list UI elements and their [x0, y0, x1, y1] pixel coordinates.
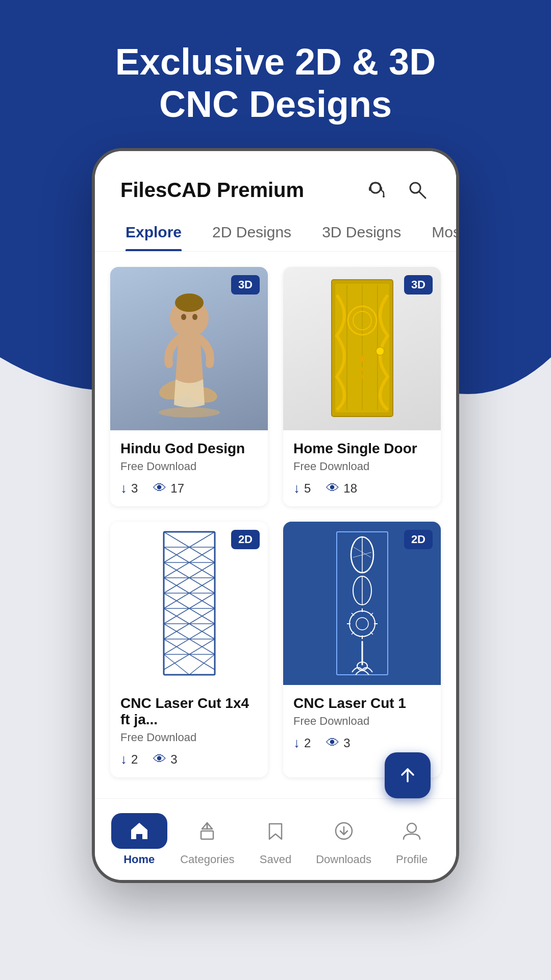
- download-count-4: 2: [304, 736, 311, 750]
- view-stat-1: 👁 17: [153, 480, 184, 496]
- card-hindu-god-badge: 3D: [231, 275, 260, 295]
- card-cnc-laser-1-title: CNC Laser Cut 1x4 ft ja...: [120, 695, 258, 728]
- home-icon-wrap: [111, 813, 167, 849]
- nav-categories[interactable]: Categories: [173, 813, 242, 866]
- download-stat-3: ↓ 2: [120, 751, 138, 767]
- view-count-3: 3: [170, 752, 177, 767]
- card-cnc-laser-1[interactable]: 2D: [110, 522, 268, 777]
- svg-rect-1: [369, 187, 371, 191]
- card-cnc-laser-1-info: CNC Laser Cut 1x4 ft ja... Free Download…: [110, 685, 268, 777]
- nav-downloads-label: Downloads: [316, 853, 371, 866]
- card-hindu-god[interactable]: 3D: [110, 267, 268, 506]
- nav-downloads[interactable]: Downloads: [310, 813, 378, 866]
- card-home-door-info: Home Single Door Free Download ↓ 5 👁 18: [283, 430, 441, 506]
- card-home-door-image: 3D: [283, 267, 441, 430]
- tab-3d-designs[interactable]: 3D Designs: [307, 213, 416, 251]
- nav-profile[interactable]: Profile: [378, 813, 446, 866]
- card-hindu-god-info: Hindu God Design Free Download ↓ 3 👁 17: [110, 430, 268, 506]
- card-cnc-laser-2-info: CNC Laser Cut 1 Free Download ↓ 2 👁 3: [283, 685, 441, 761]
- view-icon-3: 👁: [153, 751, 166, 767]
- svg-point-21: [360, 367, 364, 371]
- content-grid: 3D: [95, 252, 456, 793]
- card-home-door-subtitle: Free Download: [293, 460, 431, 473]
- nav-saved[interactable]: Saved: [241, 813, 310, 866]
- download-stat-1: ↓ 3: [120, 480, 138, 496]
- phone-mockup: FilesCAD Premium: [92, 148, 459, 883]
- svg-line-5: [419, 192, 425, 198]
- card-hindu-god-image: 3D: [110, 267, 268, 430]
- svg-point-6: [159, 407, 220, 418]
- nav-categories-label: Categories: [180, 853, 234, 866]
- downloads-icon-wrap: [323, 813, 364, 849]
- tab-explore[interactable]: Explore: [110, 213, 197, 251]
- nav-profile-label: Profile: [396, 853, 428, 866]
- svg-point-12: [192, 314, 197, 320]
- view-icon-4: 👁: [326, 735, 339, 751]
- download-count-3: 2: [131, 752, 138, 767]
- view-count-2: 18: [343, 481, 357, 496]
- svg-rect-70: [201, 831, 213, 839]
- download-stat-4: ↓ 2: [293, 735, 311, 751]
- card-home-door-stats: ↓ 5 👁 18: [293, 480, 431, 496]
- svg-point-11: [181, 314, 186, 320]
- card-cnc-laser-2-badge: 2D: [404, 530, 433, 549]
- svg-point-23: [376, 347, 384, 355]
- home-icon: [128, 820, 151, 842]
- categories-icon-wrap: [187, 813, 228, 849]
- svg-rect-24: [164, 532, 215, 675]
- view-stat-3: 👁 3: [153, 751, 177, 767]
- door-illustration: [324, 275, 400, 423]
- card-cnc-laser-2[interactable]: 2D: [283, 522, 441, 777]
- view-stat-2: 👁 18: [326, 480, 357, 496]
- card-cnc-laser-2-title: CNC Laser Cut 1: [293, 695, 431, 712]
- card-home-door-badge: 3D: [404, 275, 433, 295]
- download-count-1: 3: [131, 481, 138, 496]
- card-hindu-god-title: Hindu God Design: [120, 440, 258, 457]
- profile-icon: [400, 820, 423, 842]
- card-cnc-laser-1-image: 2D: [110, 522, 268, 685]
- svg-point-59: [356, 618, 368, 630]
- download-icon-1: ↓: [120, 480, 127, 496]
- search-icon[interactable]: [404, 177, 431, 203]
- svg-point-72: [407, 823, 416, 832]
- svg-point-10: [175, 293, 204, 312]
- card-home-door[interactable]: 3D: [283, 267, 441, 506]
- card-cnc-laser-1-subtitle: Free Download: [120, 731, 258, 744]
- card-cnc-laser-2-subtitle: Free Download: [293, 715, 431, 728]
- nav-home-label: Home: [123, 853, 155, 866]
- svg-point-22: [360, 375, 364, 379]
- tab-2d-designs[interactable]: 2D Designs: [197, 213, 307, 251]
- hero-title: Exclusive 2D & 3DCNC Designs: [0, 41, 551, 126]
- phone-header: FilesCAD Premium: [95, 151, 456, 213]
- tab-bar: Explore 2D Designs 3D Designs Most Downl: [95, 213, 456, 252]
- svg-line-41: [164, 654, 189, 675]
- view-count-1: 17: [170, 481, 184, 496]
- nav-home[interactable]: Home: [105, 813, 173, 866]
- support-icon[interactable]: [362, 177, 389, 203]
- scroll-top-fab[interactable]: [385, 752, 431, 798]
- download-stat-2: ↓ 5: [293, 480, 311, 496]
- card-home-door-title: Home Single Door: [293, 440, 431, 457]
- saved-icon: [264, 820, 287, 842]
- card-hindu-god-subtitle: Free Download: [120, 460, 258, 473]
- downloads-icon: [333, 820, 355, 842]
- profile-icon-wrap: [391, 813, 432, 849]
- tab-most-downloaded[interactable]: Most Downl: [416, 213, 456, 251]
- download-icon-2: ↓: [293, 480, 300, 496]
- download-icon-4: ↓: [293, 735, 300, 751]
- view-stat-4: 👁 3: [326, 735, 350, 751]
- view-count-4: 3: [343, 736, 350, 750]
- card-hindu-god-stats: ↓ 3 👁 17: [120, 480, 258, 496]
- motif-illustration: [334, 529, 390, 677]
- categories-icon: [196, 820, 218, 842]
- svg-point-20: [359, 356, 365, 362]
- download-count-2: 5: [304, 481, 311, 496]
- bottom-navigation: Home Categories Saved: [95, 798, 456, 880]
- hindu-god-illustration: [146, 277, 233, 420]
- card-cnc-laser-1-badge: 2D: [231, 530, 260, 549]
- card-cnc-laser-2-stats: ↓ 2 👁 3: [293, 735, 431, 751]
- download-icon-3: ↓: [120, 751, 127, 767]
- card-cnc-laser-1-stats: ↓ 2 👁 3: [120, 751, 258, 767]
- card-cnc-laser-2-image: 2D: [283, 522, 441, 685]
- app-title: FilesCAD Premium: [120, 179, 304, 202]
